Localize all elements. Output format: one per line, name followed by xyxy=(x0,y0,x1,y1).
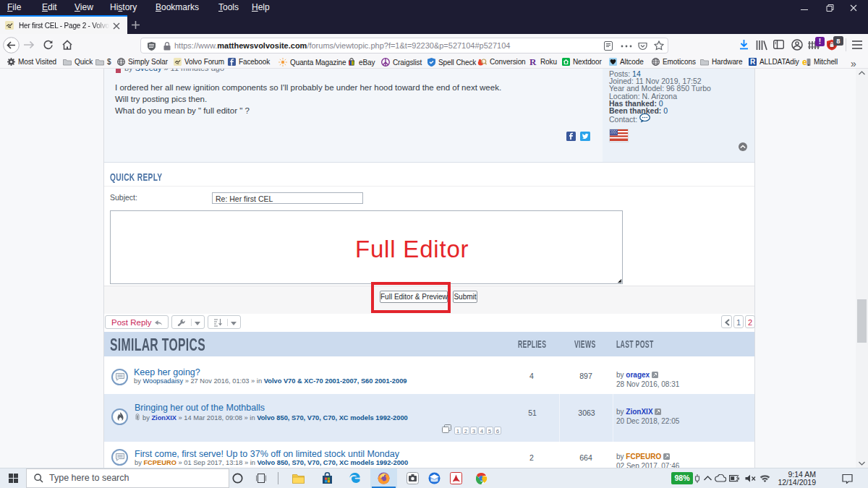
svg-text:e: e xyxy=(802,58,807,66)
svg-text:R: R xyxy=(529,58,537,66)
svg-text:R: R xyxy=(750,58,756,66)
